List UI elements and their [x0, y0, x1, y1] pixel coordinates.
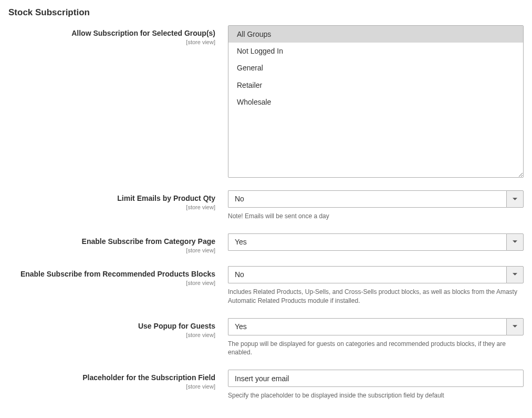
field-scope: [store view]	[8, 332, 215, 338]
enable-recommended-select[interactable]: No	[228, 266, 524, 283]
field-row-allow-groups: Allow Subscription for Selected Group(s)…	[8, 25, 524, 178]
field-note: Includes Related Products, Up-Sells, and…	[228, 288, 524, 305]
field-note: The popup will be displayed for guests o…	[228, 340, 524, 358]
field-row-enable-recommended: Enable Subscribe from Recommended Produc…	[8, 266, 524, 305]
select-value: No	[228, 266, 506, 283]
ms-option-not-logged-in[interactable]: Not Logged In	[228, 43, 523, 59]
field-label-col: Enable Subscribe from Recommended Produc…	[8, 266, 228, 286]
field-label: Enable Subscribe from Category Page	[82, 237, 215, 246]
field-control-col: All Groups Not Logged In General Retaile…	[228, 25, 524, 178]
ms-option-retailer[interactable]: Retailer	[228, 77, 523, 94]
field-label: Limit Emails by Product Qty	[117, 194, 215, 202]
select-value: Yes	[228, 318, 506, 335]
field-note: Note! Emails will be sent once a day	[228, 212, 524, 221]
field-label-col: Limit Emails by Product Qty [store view]	[8, 190, 228, 210]
allow-groups-multiselect[interactable]: All Groups Not Logged In General Retaile…	[228, 25, 524, 178]
field-note: Specify the placeholder to be displayed …	[228, 391, 524, 400]
field-row-limit-emails: Limit Emails by Product Qty [store view]…	[8, 190, 524, 221]
field-row-use-popup: Use Popup for Guests [store view] Yes Th…	[8, 318, 524, 358]
form-container: Allow Subscription for Selected Group(s)…	[0, 25, 532, 418]
select-value: Yes	[228, 233, 506, 251]
field-label: Use Popup for Guests	[138, 322, 215, 330]
field-row-enable-category: Enable Subscribe from Category Page [sto…	[8, 233, 524, 253]
field-label-col: Allow Subscription for Selected Group(s)…	[8, 25, 228, 45]
field-scope: [store view]	[8, 280, 215, 286]
ms-option-wholesale[interactable]: Wholesale	[228, 94, 523, 110]
field-row-placeholder: Placeholder for the Subscription Field […	[8, 370, 524, 400]
chevron-down-icon[interactable]	[506, 233, 524, 251]
field-scope: [store view]	[8, 247, 215, 253]
field-control-col: Yes The popup will be displayed for gues…	[228, 318, 524, 358]
limit-emails-select[interactable]: No	[228, 190, 524, 208]
chevron-down-icon[interactable]	[506, 190, 524, 208]
field-scope: [store view]	[8, 204, 215, 210]
enable-category-select[interactable]: Yes	[228, 233, 524, 251]
ms-option-general[interactable]: General	[228, 59, 523, 76]
field-label-col: Use Popup for Guests [store view]	[8, 318, 228, 338]
select-value: No	[228, 190, 506, 208]
field-label-col: Enable Subscribe from Category Page [sto…	[8, 233, 228, 253]
section-title: Stock Subscription	[0, 0, 532, 25]
field-control-col: No Includes Related Products, Up-Sells, …	[228, 266, 524, 305]
use-popup-select[interactable]: Yes	[228, 318, 524, 335]
ms-option-all-groups[interactable]: All Groups	[228, 26, 523, 43]
field-control-col: Yes	[228, 233, 524, 251]
field-control-col: No Note! Emails will be sent once a day	[228, 190, 524, 221]
placeholder-text-input[interactable]	[228, 370, 524, 387]
field-control-col: Specify the placeholder to be displayed …	[228, 370, 524, 400]
chevron-down-icon[interactable]	[506, 266, 524, 283]
field-label: Placeholder for the Subscription Field	[82, 373, 215, 382]
field-scope: [store view]	[8, 39, 215, 45]
field-label: Allow Subscription for Selected Group(s)	[71, 29, 215, 37]
chevron-down-icon[interactable]	[506, 318, 524, 335]
field-scope: [store view]	[8, 383, 215, 390]
field-label-col: Placeholder for the Subscription Field […	[8, 370, 228, 390]
field-label: Enable Subscribe from Recommended Produc…	[20, 270, 215, 278]
